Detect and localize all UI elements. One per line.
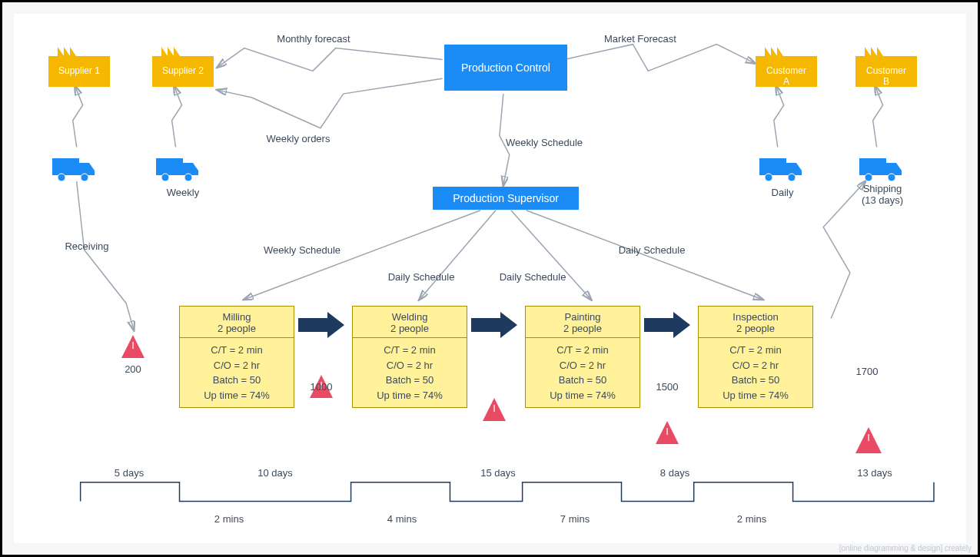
customer-a-factory: Customer A [756, 41, 817, 87]
timeline-d1: 5 days [98, 467, 160, 479]
milling-batch: Batch = 50 [183, 373, 291, 388]
milling-up: Up time = 74% [183, 388, 291, 403]
inspection-title: Inspection [702, 311, 809, 323]
timeline-d5: 13 days [844, 467, 905, 479]
inspection-ct: C/T = 2 min [702, 343, 809, 358]
shipping-label: Shipping (13 days) [852, 183, 913, 206]
receiving-label: Receiving [56, 240, 118, 252]
monthly-forecast-label: Monthly forecast [260, 33, 367, 45]
milling-title: Milling [183, 311, 291, 323]
svg-point-7 [765, 174, 772, 181]
painting-ct: C/T = 2 min [529, 343, 636, 358]
welding-title: Welding [356, 311, 463, 323]
supplier-1-factory: Supplier 1 [48, 41, 110, 87]
inventory-triangle-4: I [656, 421, 679, 444]
timeline-d3: 15 days [467, 467, 529, 479]
svg-rect-0 [52, 158, 79, 175]
svg-point-10 [865, 174, 872, 181]
weekly-orders-label: Weekly orders [252, 133, 344, 144]
supplier-2-factory: Supplier 2 [152, 41, 214, 87]
supplier-2-label: Supplier 2 [152, 65, 214, 76]
daily-schedule-1-label: Daily Schedule [375, 271, 467, 283]
inspection-batch: Batch = 50 [702, 373, 809, 388]
inspection-co: C/O = 2 hr [702, 358, 809, 373]
daily-schedule-3-label: Daily Schedule [606, 244, 698, 256]
inventory-triangle-3: I [483, 398, 506, 421]
customer-b-factory: Customer B [855, 41, 917, 87]
painting-up: Up time = 74% [529, 388, 636, 403]
customer-b-label: Customer B [855, 65, 917, 87]
inventory-qty-2: 1000 [302, 381, 341, 393]
weekly-schedule-2-label: Weekly Schedule [252, 244, 352, 256]
weekly-label: Weekly [152, 187, 214, 198]
push-arrow-2 [471, 312, 517, 338]
milling-people: 2 people [183, 323, 291, 334]
supplier-1-label: Supplier 1 [48, 65, 110, 76]
inventory-triangle-5: I [855, 427, 882, 453]
milling-ct: C/T = 2 min [183, 343, 291, 358]
svg-point-8 [788, 174, 796, 181]
timeline-d2: 10 days [244, 467, 306, 479]
svg-point-1 [58, 174, 65, 181]
svg-rect-3 [156, 158, 183, 175]
production-control-box: Production Control [444, 45, 567, 91]
inspection-up: Up time = 74% [702, 388, 809, 403]
svg-rect-9 [859, 158, 886, 175]
inventory-qty-4: 1700 [848, 366, 886, 377]
production-supervisor-box: Production Supervisor [433, 187, 579, 210]
welding-up: Up time = 74% [356, 388, 463, 403]
market-forecast-label: Market Forecast [586, 33, 694, 45]
milling-co: C/O = 2 hr [183, 358, 291, 373]
truck-supplier-1 [52, 152, 95, 183]
welding-ct: C/T = 2 min [356, 343, 463, 358]
process-painting: Painting2 people C/T = 2 minC/O = 2 hrBa… [525, 306, 640, 408]
painting-people: 2 people [529, 323, 636, 334]
inventory-triangle-1: I [121, 335, 145, 358]
painting-title: Painting [529, 311, 636, 323]
weekly-schedule-label: Weekly Schedule [498, 137, 590, 148]
truck-customer-a [759, 152, 802, 183]
truck-supplier-2 [156, 152, 198, 183]
welding-batch: Batch = 50 [356, 373, 463, 388]
timeline-m2: 4 mins [371, 513, 433, 525]
inventory-qty-1: 200 [114, 363, 152, 375]
timeline-m1: 2 mins [198, 513, 260, 525]
process-milling: Milling2 people C/T = 2 minC/O = 2 hrBat… [179, 306, 294, 408]
svg-point-4 [161, 174, 169, 181]
timeline-m3: 7 mins [544, 513, 606, 525]
painting-co: C/O = 2 hr [529, 358, 636, 373]
timeline-m4: 2 mins [721, 513, 782, 525]
inspection-people: 2 people [702, 323, 809, 334]
process-inspection: Inspection2 people C/T = 2 minC/O = 2 hr… [698, 306, 813, 408]
daily-label: Daily [759, 187, 806, 198]
truck-customer-b [859, 152, 902, 183]
push-arrow-1 [298, 312, 344, 338]
timeline-d4: 8 days [644, 467, 706, 479]
painting-batch: Batch = 50 [529, 373, 636, 388]
daily-schedule-2-label: Daily Schedule [487, 271, 579, 283]
push-arrow-3 [644, 312, 690, 338]
svg-point-5 [184, 174, 192, 181]
watermark: [online diagramming & design] creately [839, 544, 972, 552]
welding-people: 2 people [356, 323, 463, 334]
svg-point-2 [81, 174, 88, 181]
svg-point-11 [888, 174, 895, 181]
inventory-qty-3: 1500 [648, 381, 686, 393]
svg-rect-6 [759, 158, 786, 175]
process-welding: Welding2 people C/T = 2 minC/O = 2 hrBat… [352, 306, 467, 408]
customer-a-label: Customer A [756, 65, 817, 87]
welding-co: C/O = 2 hr [356, 358, 463, 373]
